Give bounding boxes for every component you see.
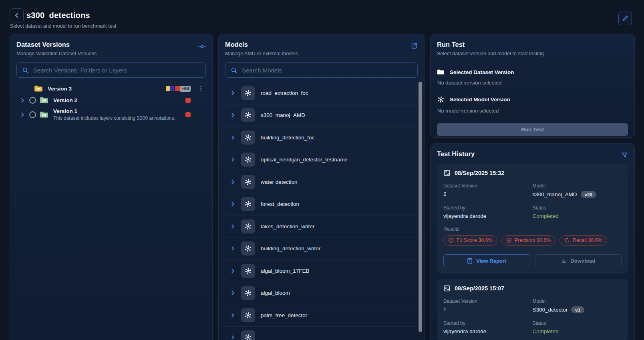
version-radio[interactable] [29,97,36,104]
chevron-right-icon[interactable] [230,179,235,185]
status-label: Status [533,205,622,211]
download-button[interactable]: Download [535,254,622,267]
version-radio[interactable] [29,111,36,118]
model-hub-icon [241,241,255,256]
model-name: lakes_detection_writer [261,223,314,229]
selected-model-label: Selected Model Version [450,97,510,103]
edit-button[interactable] [618,12,632,25]
model-hub-icon [241,131,255,145]
chevron-left-icon [14,12,20,18]
annotation-color-chip [185,98,191,103]
view-report-button[interactable]: View Report [443,254,530,267]
result-metric-text: Recall 30.6% [573,237,602,243]
model-row-partial[interactable] [225,327,418,340]
version-name: Version 2 [53,97,77,103]
model-name: algal_bloom [261,290,290,296]
model-hub-icon [241,219,255,233]
run-test-subtitle: Select dataset version and model to star… [437,51,544,56]
model-row[interactable]: lakes_detection_writer [225,215,418,238]
annotation-color-chips [165,86,181,92]
model-name: building_detection_foc [261,135,314,141]
version-name: Version 3 [48,86,72,92]
model-hub-icon [437,96,445,103]
model-value: S300_detector v1 [533,306,622,313]
chevron-right-icon[interactable] [230,113,235,118]
model-row[interactable]: building_detection_foc [225,127,418,149]
git-commit-icon[interactable] [198,42,206,50]
model-name: s300_manoj_AMD [261,112,305,118]
dataset-version-value: 2 [443,191,533,197]
version-description: This dataset includes layers consisting … [53,115,175,121]
model-name: building_detection_writer [261,245,320,251]
model-row[interactable]: algal_bloom [225,282,418,305]
models-scrollbar[interactable] [419,82,422,332]
pencil-icon [622,15,628,22]
chevron-right-icon[interactable] [230,135,235,140]
dataset-version-label: Dataset Version [443,298,533,304]
dataset-panel-title: Dataset Versions [16,41,97,48]
back-button[interactable] [10,8,24,22]
model-row[interactable]: building_detection_writer [225,238,418,260]
model-row[interactable]: s300_manoj_AMD [225,105,418,127]
models-search-input[interactable] [242,67,412,74]
filter-funnel-icon[interactable] [622,152,628,158]
model-row[interactable]: water detection [225,171,418,193]
model-row[interactable]: palm_tree_detector [225,304,418,327]
model-hub-icon [241,175,255,189]
chevron-right-icon[interactable] [230,224,235,229]
chevron-right-icon[interactable] [20,112,26,117]
model-name: S300_detector [533,307,568,313]
model-hub-icon [241,153,255,167]
model-hub-icon [241,197,255,211]
test-history-card: 08/Sep/2025 15:32 Dataset Version 2 Mode… [437,164,628,274]
chevron-right-icon[interactable] [230,246,235,251]
report-doc-icon [467,258,473,264]
chevron-right-icon[interactable] [230,91,235,96]
status-label: Status [533,320,622,326]
search-icon [22,67,29,74]
kebab-menu-icon[interactable] [195,86,206,92]
more-colors-badge: +68 [180,86,191,92]
chevron-right-icon[interactable] [230,201,235,207]
result-metric-text: Precision 30.6% [515,237,551,243]
chevron-right-icon[interactable] [20,98,26,103]
model-name: optical_hendijan_detector_testname [261,157,348,163]
model-row[interactable]: optical_hendijan_detector_testname [225,149,418,171]
page-header: s300_detections Select dataset and model… [0,0,644,34]
dataset-panel-subtitle: Manage Validation Dataset Versions [16,51,97,56]
test-history-card: 08/Sep/2025 15:07 Dataset Version 1 Mode… [437,279,628,340]
version-row[interactable]: Version 1 This dataset includes layers c… [16,106,206,123]
model-name: s300_manoj_AMD [533,191,577,197]
dataset-versions-panel: Dataset Versions Manage Validation Datas… [10,34,213,340]
results-chips: F1 Score 30.6% Precision 30.6% Recall 30… [443,235,622,245]
version-row[interactable]: Version 2 [16,95,206,106]
chevron-right-icon[interactable] [230,335,235,340]
started-by-label: Started by [443,205,533,211]
run-test-button[interactable]: Run Test [437,123,628,136]
external-link-icon[interactable] [411,42,418,49]
result-metric-chip: Precision 30.6% [501,235,555,245]
chevron-right-icon[interactable] [230,268,235,274]
chevron-right-icon[interactable] [230,157,235,162]
selected-dataset-label: Selected Dataset Version [450,69,514,75]
annotation-color-chip [185,112,191,117]
main-content: Dataset Versions Manage Validation Datas… [10,34,635,340]
chevron-right-icon[interactable] [230,313,235,318]
result-metric-text: F1 Score 30.6% [457,237,493,243]
test-history-title: Test History [437,150,475,158]
version-row[interactable]: Version 3 +68 [16,83,206,95]
models-search-box [225,62,418,78]
model-row[interactable]: algal_bloom_17FEB [225,260,418,282]
download-icon [561,258,567,264]
results-label: Results [443,226,622,232]
model-version-badge: v20 [581,191,596,198]
chevron-right-icon[interactable] [230,290,235,296]
dataset-search-input[interactable] [33,67,200,74]
model-name: road_extraction_foc [261,90,308,96]
model-row[interactable]: forest_detection [225,193,418,216]
test-timestamp: 08/Sep/2025 15:32 [455,170,504,176]
model-version-badge: v1 [571,306,584,313]
model-row[interactable]: road_extraction_foc [225,82,418,105]
model-hub-icon [241,86,255,100]
model-name: water detection [261,179,298,185]
